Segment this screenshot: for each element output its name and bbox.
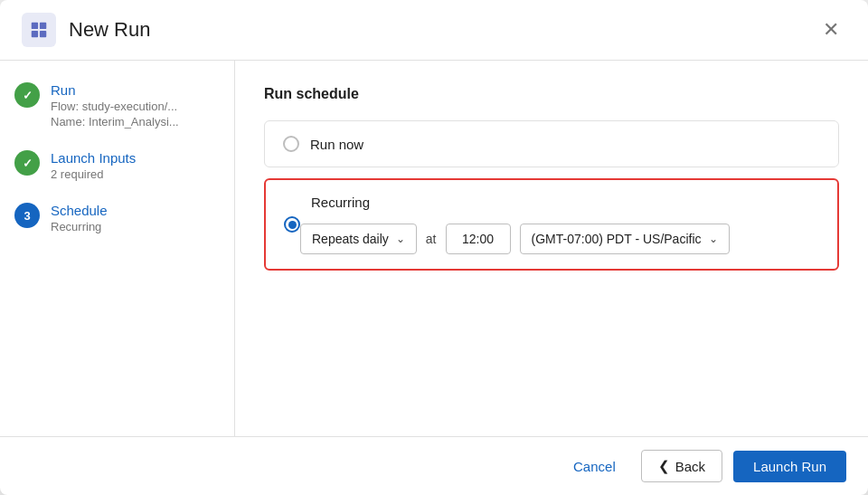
step-title-schedule: Schedule (51, 203, 108, 218)
at-label: at (426, 232, 437, 246)
schedule-options: Repeats daily ⌄ at (GMT-07:00) PDT - US/… (300, 224, 819, 254)
step-circle-run: ✓ (14, 82, 40, 108)
step-title-run: Run (51, 82, 179, 98)
cancel-button[interactable]: Cancel (559, 452, 630, 481)
repeat-dropdown[interactable]: Repeats daily ⌄ (300, 224, 417, 254)
sidebar-item-schedule[interactable]: 3 Schedule Recurring (14, 203, 220, 233)
timezone-dropdown[interactable]: (GMT-07:00) PDT - US/Pacific ⌄ (520, 224, 730, 254)
sidebar-item-launch-inputs[interactable]: ✓ Launch Inputs 2 required (14, 150, 220, 181)
run-now-radio[interactable] (283, 136, 299, 152)
repeat-chevron-icon: ⌄ (396, 233, 405, 245)
dialog-title: New Run (69, 18, 816, 42)
step-info-launch: Launch Inputs 2 required (51, 150, 136, 181)
header-icon (22, 13, 56, 47)
step-subtitle-schedule: Recurring (51, 220, 108, 233)
sidebar-item-run[interactable]: ✓ Run Flow: study-execution/... Name: In… (14, 82, 220, 129)
close-button[interactable]: ✕ (816, 16, 846, 43)
step-title-launch: Launch Inputs (51, 150, 136, 166)
run-now-label: Run now (310, 137, 363, 152)
timezone-chevron-icon: ⌄ (709, 233, 718, 245)
new-run-dialog: New Run ✕ ✓ Run Flow: study-execution/..… (0, 0, 868, 495)
dialog-header: New Run ✕ (0, 0, 868, 61)
back-chevron-icon: ❮ (658, 458, 670, 474)
step-circle-launch: ✓ (14, 150, 40, 176)
repeat-label: Repeats daily (312, 232, 389, 246)
recurring-label: Recurring (311, 195, 370, 210)
launch-run-button[interactable]: Launch Run (733, 451, 846, 482)
svg-rect-3 (40, 31, 46, 37)
step-circle-schedule: 3 (14, 203, 40, 228)
back-button[interactable]: ❮ Back (641, 450, 722, 482)
run-now-option[interactable]: Run now (264, 120, 839, 167)
sidebar: ✓ Run Flow: study-execution/... Name: In… (0, 61, 235, 436)
recurring-option[interactable]: Recurring Repeats daily ⌄ at (GMT-07:00)… (264, 178, 839, 271)
svg-rect-2 (32, 31, 38, 37)
step-info-schedule: Schedule Recurring (51, 203, 108, 233)
svg-rect-1 (40, 23, 46, 29)
timezone-label: (GMT-07:00) PDT - US/Pacific (532, 232, 702, 246)
dialog-footer: Cancel ❮ Back Launch Run (0, 436, 868, 495)
back-label: Back (675, 459, 705, 474)
recurring-radio[interactable] (284, 216, 300, 233)
step-info-run: Run Flow: study-execution/... Name: Inte… (51, 82, 179, 129)
time-input[interactable] (446, 224, 511, 254)
step-subtitle-launch: 2 required (51, 167, 136, 181)
main-content: Run schedule Run now Recurring Repeats d… (235, 61, 868, 436)
svg-rect-0 (32, 23, 38, 29)
section-title: Run schedule (264, 86, 839, 102)
step-subtitle-run-2: Name: Interim_Analysi... (51, 115, 179, 129)
step-subtitle-run-1: Flow: study-execution/... (51, 100, 179, 113)
dialog-body: ✓ Run Flow: study-execution/... Name: In… (0, 61, 868, 436)
